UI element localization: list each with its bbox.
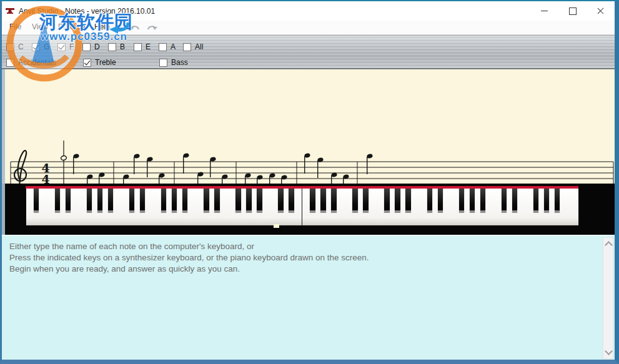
checkbox-box[interactable] — [32, 43, 40, 51]
black-key[interactable] — [288, 189, 294, 213]
checkbox-label: Accidentals — [18, 58, 56, 67]
scroll-down-icon[interactable] — [605, 347, 613, 355]
black-key[interactable] — [54, 189, 61, 213]
black-key[interactable] — [458, 189, 465, 213]
checkbox-label: All — [195, 42, 203, 51]
redo-icon[interactable] — [146, 23, 157, 34]
menu-view[interactable]: View — [32, 22, 48, 31]
checkbox-a[interactable]: A — [159, 42, 176, 51]
checkbox-e[interactable]: E — [134, 42, 151, 51]
black-key[interactable] — [437, 189, 443, 213]
black-key[interactable] — [352, 189, 358, 213]
black-key[interactable] — [214, 189, 220, 213]
black-key-tip — [384, 210, 389, 213]
checkbox-f[interactable]: F — [57, 42, 74, 51]
black-key[interactable] — [362, 189, 369, 213]
black-key-tip — [204, 210, 209, 213]
vertical-scrollbar[interactable] — [603, 237, 613, 359]
checkbox-label: C — [18, 42, 24, 51]
black-key-tip — [320, 210, 325, 213]
black-key[interactable] — [384, 189, 390, 213]
black-key[interactable] — [182, 189, 188, 213]
checkbox-d[interactable]: D — [82, 42, 100, 51]
checkbox-label: E — [146, 42, 151, 51]
checkbox-box[interactable] — [159, 43, 167, 51]
scroll-up-icon[interactable] — [605, 241, 613, 249]
checkbox-box[interactable] — [108, 43, 116, 51]
black-key-tip — [363, 210, 368, 213]
checkbox-box[interactable] — [159, 59, 167, 67]
black-key[interactable] — [139, 189, 146, 213]
black-key-tip — [310, 210, 315, 213]
black-key[interactable] — [330, 189, 337, 213]
black-key[interactable] — [405, 189, 411, 213]
black-key[interactable] — [394, 189, 400, 213]
black-key[interactable] — [554, 189, 560, 213]
checkbox-box[interactable] — [134, 43, 142, 51]
black-key-tip — [55, 210, 60, 213]
black-key[interactable] — [161, 189, 167, 213]
checkbox-b[interactable]: B — [108, 42, 125, 51]
black-key[interactable] — [533, 189, 539, 213]
black-key[interactable] — [129, 189, 135, 213]
menu-file[interactable]: File — [9, 22, 21, 31]
checkbox-box[interactable] — [6, 43, 14, 51]
checkbox-box[interactable] — [57, 43, 66, 51]
checkbox-treble[interactable]: Treble — [83, 58, 116, 67]
black-key[interactable] — [277, 189, 284, 213]
black-key[interactable] — [427, 189, 433, 213]
black-key[interactable] — [86, 189, 92, 213]
instruction-lines: Either type the name of each note on the… — [9, 241, 596, 275]
black-key[interactable] — [469, 189, 475, 213]
checkbox-g[interactable]: G — [32, 42, 49, 51]
instruction-line: Press the indicated keys on a synthesize… — [9, 252, 596, 263]
checkbox-all[interactable]: All — [183, 42, 203, 51]
undo-icon[interactable] — [129, 23, 141, 34]
black-key[interactable] — [107, 189, 114, 213]
menu-help[interactable]: Help — [94, 22, 110, 31]
staff-panel[interactable]: 4444 — [2, 69, 615, 184]
black-key-tip — [172, 210, 177, 213]
black-key-tip — [331, 210, 336, 213]
menubar: FileViewPracticeHelp — [2, 21, 615, 35]
checkbox-label: G — [44, 42, 49, 51]
black-key[interactable] — [543, 189, 550, 213]
black-key-tip — [533, 210, 538, 213]
checkbox-box[interactable] — [83, 59, 91, 67]
black-key-tip — [66, 210, 71, 213]
minimize-button[interactable] — [530, 1, 558, 21]
black-key[interactable] — [65, 189, 71, 213]
checkbox-c[interactable]: C — [6, 42, 24, 51]
checkbox-bass[interactable]: Bass — [159, 58, 188, 67]
menu-practice[interactable]: Practice — [58, 22, 85, 31]
maximize-button[interactable] — [558, 1, 587, 21]
piano-keyboard[interactable] — [2, 184, 615, 235]
white-key[interactable] — [568, 189, 579, 225]
checkbox-box[interactable] — [6, 59, 14, 67]
black-key[interactable] — [309, 189, 315, 213]
window-title: Anvil Studio - Notes - version 2016.10.0… — [19, 7, 155, 16]
window-controls — [530, 1, 615, 21]
black-key[interactable] — [320, 189, 326, 213]
black-key[interactable] — [97, 189, 103, 213]
black-key[interactable] — [171, 189, 177, 213]
checkbox-label: Treble — [95, 58, 116, 67]
checkbox-accidentals[interactable]: Accidentals — [6, 58, 56, 67]
anvil-app-icon — [5, 7, 15, 16]
black-key[interactable] — [480, 189, 486, 213]
checkbox-box[interactable] — [183, 43, 191, 51]
black-key[interactable] — [245, 189, 252, 213]
maximize-icon — [569, 7, 577, 15]
black-key[interactable] — [33, 189, 39, 213]
black-key-tip — [352, 210, 357, 213]
black-key-tip — [182, 210, 187, 213]
checkbox-box[interactable] — [82, 43, 91, 51]
black-key-tip — [544, 210, 549, 213]
black-key[interactable] — [203, 189, 209, 213]
black-key[interactable] — [501, 189, 507, 213]
black-key[interactable] — [256, 189, 262, 213]
black-key[interactable] — [235, 189, 241, 213]
close-button[interactable] — [587, 1, 615, 21]
black-key-tip — [289, 210, 294, 213]
black-key[interactable] — [512, 189, 518, 213]
